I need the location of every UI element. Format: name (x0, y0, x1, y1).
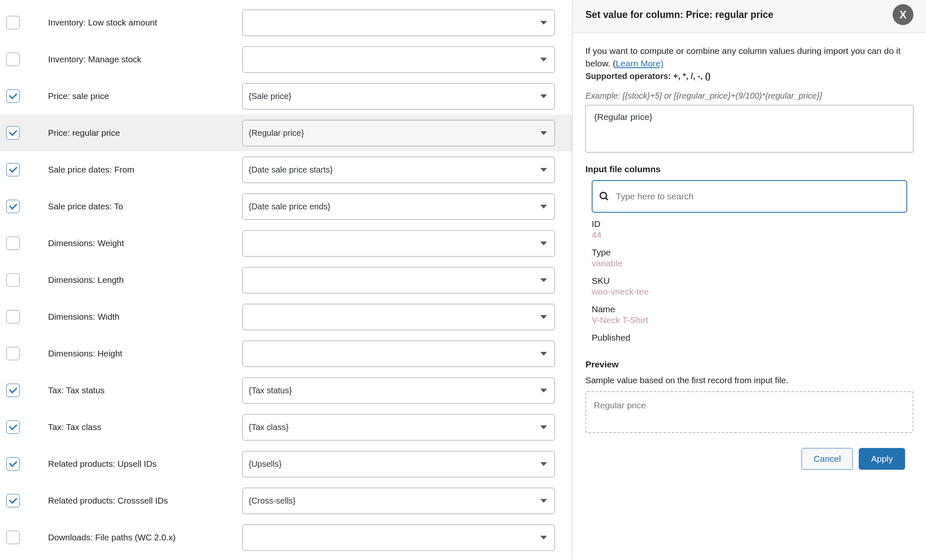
chevron-down-icon (540, 205, 547, 209)
svg-point-0 (600, 192, 606, 199)
column-value: woo-vneck-tee (592, 287, 907, 297)
mapping-row: Dimensions: Length (0, 262, 572, 298)
column-item[interactable]: ID44 (592, 219, 907, 240)
column-dropdown[interactable] (242, 267, 555, 293)
row-checkbox[interactable] (6, 237, 20, 250)
row-checkbox[interactable] (6, 273, 20, 287)
chevron-down-icon (540, 425, 547, 429)
panel-header: Set value for column: Price: regular pri… (573, 0, 926, 33)
column-dropdown[interactable]: {Tax class} (242, 414, 555, 440)
row-checkbox[interactable] (6, 420, 20, 434)
dropdown-value: {Date sale price ends} (249, 202, 331, 211)
column-item[interactable]: Typevariable (592, 247, 907, 268)
chevron-down-icon (540, 278, 547, 282)
mapping-row: Price: regular price{Regular price} (0, 115, 572, 151)
example-text: Example: [{stock}+5] or [{regular_price}… (585, 91, 913, 101)
dropdown-value: {Tax status} (249, 386, 292, 395)
learn-more-link[interactable]: Learn More) (616, 59, 663, 68)
dropdown-value: {Upsells} (249, 459, 282, 469)
preview-label: Preview (585, 359, 913, 369)
chevron-down-icon (540, 94, 547, 98)
chevron-down-icon (540, 462, 547, 466)
column-key: Name (592, 304, 907, 314)
column-value: V-Neck T-Shirt (592, 315, 907, 325)
column-list: ID44TypevariableSKUwoo-vneck-teeNameV-Ne… (585, 219, 913, 350)
dropdown-value: {Regular price} (249, 128, 304, 138)
mapping-row: Inventory: Low stock amount (0, 4, 572, 41)
chevron-down-icon (540, 168, 547, 172)
column-dropdown[interactable]: {Sale price} (242, 83, 555, 109)
dropdown-value: {Sale price} (249, 92, 291, 101)
column-dropdown[interactable]: {Date sale price ends} (242, 193, 555, 220)
column-dropdown[interactable] (242, 341, 555, 367)
input-columns-label: Input file columns (585, 164, 913, 174)
column-item[interactable]: Published (592, 333, 907, 343)
row-label: Downloads: File paths (WC 2.0.x) (48, 532, 242, 542)
mapping-row: Tax: Tax class{Tax class} (0, 409, 572, 445)
expression-input[interactable] (585, 105, 913, 153)
mapping-row: Tax: Tax status{Tax status} (0, 372, 572, 409)
row-checkbox[interactable] (6, 457, 20, 471)
mapping-row: Dimensions: Height (0, 335, 572, 372)
chevron-down-icon (540, 58, 547, 61)
mapping-row: Related products: Crosssell IDs{Cross-se… (0, 482, 572, 519)
chevron-down-icon (540, 536, 547, 540)
column-dropdown[interactable] (242, 46, 555, 73)
column-dropdown[interactable]: {Date sale price starts} (242, 157, 555, 183)
chevron-down-icon (540, 499, 547, 503)
row-checkbox[interactable] (6, 53, 20, 66)
apply-button[interactable]: Apply (859, 448, 905, 470)
row-label: Tax: Tax class (48, 422, 242, 432)
column-dropdown[interactable]: {Tax status} (242, 377, 555, 404)
search-icon (599, 191, 610, 202)
row-label: Price: regular price (48, 128, 242, 138)
row-checkbox[interactable] (6, 310, 20, 323)
row-checkbox[interactable] (6, 89, 20, 103)
mapping-row: Sale price dates: To{Date sale price end… (0, 188, 572, 225)
mapping-row: Dimensions: Weight (0, 225, 572, 262)
search-wrap (592, 180, 907, 213)
row-checkbox[interactable] (6, 531, 20, 544)
side-panel: Set value for column: Price: regular pri… (572, 0, 926, 560)
cancel-button[interactable]: Cancel (801, 448, 853, 470)
dropdown-value: {Tax class} (249, 423, 289, 432)
supported-operators: Supported operators: +, *, /, -, () (585, 71, 913, 81)
column-dropdown[interactable] (242, 10, 555, 36)
close-button[interactable]: X (893, 4, 913, 25)
dropdown-value: {Date sale price starts} (249, 165, 333, 175)
svg-line-1 (605, 198, 608, 200)
column-key: Type (592, 247, 907, 257)
search-input[interactable] (616, 191, 900, 201)
row-checkbox[interactable] (6, 163, 20, 176)
column-dropdown[interactable] (242, 304, 555, 330)
column-item[interactable]: NameV-Neck T-Shirt (592, 304, 907, 325)
column-dropdown[interactable] (242, 524, 555, 551)
row-checkbox[interactable] (6, 200, 20, 213)
column-key: SKU (592, 276, 907, 286)
row-checkbox[interactable] (6, 126, 20, 140)
column-item[interactable]: SKUwoo-vneck-tee (592, 276, 907, 297)
dropdown-value: {Cross-sells} (249, 496, 295, 506)
mapping-row: Related products: Upsell IDs{Upsells} (0, 445, 572, 482)
chevron-down-icon (540, 242, 547, 245)
row-label: Tax: Tax status (48, 385, 242, 395)
chevron-down-icon (540, 131, 547, 135)
mapping-row: Price: sale price{Sale price} (0, 78, 572, 115)
row-checkbox[interactable] (6, 494, 20, 507)
row-label: Dimensions: Weight (48, 238, 242, 248)
column-key: ID (592, 219, 907, 229)
column-dropdown[interactable]: {Upsells} (242, 451, 555, 477)
row-checkbox[interactable] (6, 347, 20, 360)
row-label: Related products: Crosssell IDs (48, 496, 242, 506)
row-label: Dimensions: Length (48, 275, 242, 285)
chevron-down-icon (540, 389, 547, 392)
column-dropdown[interactable]: {Regular price} (242, 120, 555, 146)
column-dropdown[interactable] (242, 230, 555, 257)
column-value: variable (592, 258, 907, 268)
row-checkbox[interactable] (6, 384, 20, 397)
preview-box: Regular price (585, 391, 913, 433)
column-key: Published (592, 333, 907, 343)
column-dropdown[interactable]: {Cross-sells} (242, 488, 555, 514)
row-checkbox[interactable] (6, 16, 20, 29)
mapping-row: Inventory: Manage stock (0, 41, 572, 78)
